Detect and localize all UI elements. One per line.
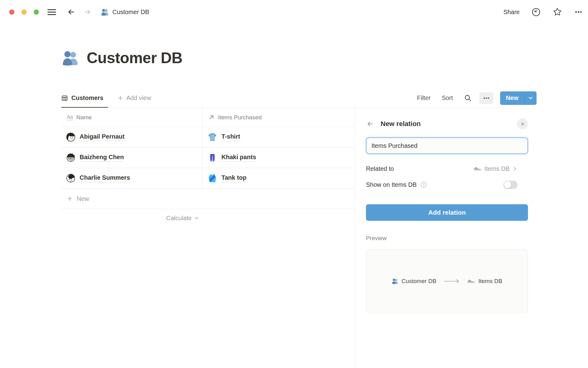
table-header-row: Aa Name Items Purchased	[61, 108, 355, 127]
relation-value: T-shirt	[221, 133, 240, 141]
people-icon	[62, 49, 79, 67]
table-view-icon	[61, 95, 68, 102]
relation-direction-arrow-icon	[444, 279, 460, 283]
notion-window: Customer DB Share Customer DB Customers …	[0, 0, 588, 368]
cell-name[interactable]: Charlie Summers	[61, 168, 202, 188]
window-topbar: Customer DB Share	[0, 0, 588, 24]
filter-button[interactable]: Filter	[417, 94, 431, 102]
column-header-name[interactable]: Aa Name	[61, 108, 202, 127]
add-relation-button[interactable]: Add relation	[366, 204, 528, 221]
cell-items-purchased[interactable]: Tank top	[202, 168, 355, 188]
add-view-button[interactable]: Add view	[117, 94, 151, 102]
preview-label: Preview	[366, 235, 528, 242]
sneaker-icon	[467, 279, 475, 284]
tab-customers[interactable]: Customers	[61, 88, 108, 108]
panel-title: New relation	[381, 120, 421, 128]
relation-name-input[interactable]	[366, 137, 528, 154]
tank-top-icon	[208, 174, 217, 183]
page-header: Customer DB	[62, 49, 183, 67]
chevron-down-icon	[528, 95, 533, 101]
chevron-down-icon	[194, 216, 199, 220]
new-record-button-group: New	[500, 91, 537, 105]
related-to-label: Related to	[366, 165, 394, 172]
column-header-items-purchased[interactable]: Items Purchased	[202, 108, 355, 127]
close-icon	[520, 122, 525, 126]
tab-label: Customers	[71, 94, 103, 102]
favorite-star-icon[interactable]	[552, 7, 562, 17]
related-to-row: Related to Items DB	[366, 163, 528, 174]
show-on-label: Show on Items DB	[366, 181, 417, 188]
jeans-icon	[208, 153, 217, 163]
cell-items-purchased[interactable]: T-shirt	[202, 127, 355, 147]
relation-arrow-icon	[208, 114, 215, 121]
forward-arrow-icon[interactable]	[83, 7, 92, 17]
views-toolbar: Customers Add view Filter Sort New	[61, 88, 537, 108]
relation-value: Tank top	[221, 174, 247, 182]
show-on-toggle[interactable]	[503, 181, 518, 189]
sneaker-icon	[473, 166, 482, 171]
preview-source-db: Customer DB	[401, 278, 436, 285]
breadcrumb-title: Customer DB	[112, 9, 149, 16]
cell-name[interactable]: Baizheng Chen	[61, 148, 202, 168]
ellipsis-icon	[482, 94, 490, 102]
preview-target-db: Items DB	[478, 278, 502, 285]
new-row-button[interactable]: New	[61, 189, 355, 209]
plus-icon	[67, 196, 73, 202]
updates-clock-icon[interactable]	[531, 7, 541, 17]
title-property-icon: Aa	[67, 114, 73, 120]
show-on-row: Show on Items DB ?	[366, 179, 528, 190]
new-record-dropdown[interactable]	[524, 91, 537, 105]
new-relation-panel: New relation Related to Items DB Show on…	[355, 108, 537, 368]
avatar-baizheng	[66, 153, 75, 162]
record-title: Charlie Summers	[80, 174, 130, 182]
people-icon	[392, 278, 398, 285]
page-title[interactable]: Customer DB	[87, 49, 183, 67]
close-window-button[interactable]	[9, 10, 14, 15]
calculate-button[interactable]: Calculate	[61, 209, 202, 227]
table-row: Baizheng Chen Khaki pants	[61, 148, 355, 168]
plus-icon	[117, 95, 123, 101]
minimize-window-button[interactable]	[21, 10, 27, 15]
people-icon	[101, 8, 109, 16]
cell-name[interactable]: Abigail Pernaut	[61, 127, 202, 147]
avatar-abigail	[66, 132, 75, 142]
cell-items-purchased[interactable]: Khaki pants	[202, 148, 355, 168]
back-arrow-icon[interactable]	[66, 7, 76, 17]
table-row: Charlie Summers Tank top	[61, 168, 355, 189]
more-options-icon[interactable]	[574, 7, 583, 17]
relation-preview: Customer DB Items DB	[366, 249, 528, 313]
record-title: Abigail Pernaut	[80, 133, 125, 141]
tshirt-icon	[208, 132, 217, 142]
chevron-right-icon	[512, 166, 518, 171]
close-panel-button[interactable]	[517, 118, 528, 129]
new-record-button[interactable]: New	[500, 91, 524, 105]
relation-value: Khaki pants	[221, 154, 256, 162]
help-icon[interactable]: ?	[420, 181, 427, 188]
avatar-charlie	[66, 174, 75, 183]
sort-button[interactable]: Sort	[442, 94, 453, 102]
zoom-window-button[interactable]	[34, 10, 39, 15]
toggle-knob	[504, 181, 511, 188]
sidebar-menu-icon[interactable]	[47, 9, 56, 15]
svg-text:?: ?	[422, 183, 424, 186]
related-to-select[interactable]: Items DB	[473, 165, 518, 172]
search-icon[interactable]	[464, 94, 472, 102]
customers-table: Aa Name Items Purchased Abigail Pernaut	[61, 108, 355, 227]
panel-back-arrow-icon[interactable]	[366, 120, 374, 128]
view-options-button[interactable]	[479, 92, 493, 104]
share-button[interactable]: Share	[503, 9, 520, 16]
record-title: Baizheng Chen	[80, 154, 124, 162]
traffic-lights	[9, 10, 39, 15]
breadcrumb[interactable]: Customer DB	[101, 8, 149, 16]
table-row: Abigail Pernaut T-shirt	[61, 127, 355, 148]
